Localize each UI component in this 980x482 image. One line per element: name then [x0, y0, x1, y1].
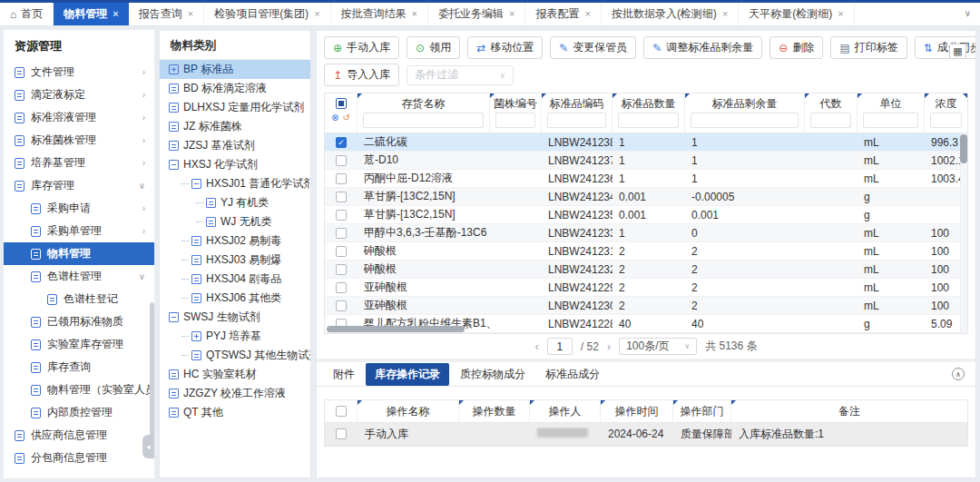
- sidebar-item-std-solution-mgmt[interactable]: 标准溶液管理›: [4, 106, 154, 129]
- tab-attachments[interactable]: 附件: [324, 363, 364, 386]
- sidebar-item-material-mgmt[interactable]: 物料管理: [4, 242, 154, 265]
- sidebar-item-chromatography-column-register[interactable]: 色谱柱登记: [4, 288, 154, 310]
- filter-input[interactable]: [930, 113, 962, 128]
- sidebar-item-chromatography-column-mgmt[interactable]: 色谱柱管理∨: [4, 265, 154, 288]
- filter-input[interactable]: [691, 113, 799, 128]
- tab-inventory-operation-log[interactable]: 库存操作记录: [366, 363, 449, 386]
- sidebar-item-std-strain-mgmt[interactable]: 标准菌株管理›: [4, 129, 154, 152]
- filter-input[interactable]: [810, 113, 851, 128]
- row-checkbox[interactable]: [336, 428, 347, 439]
- page-size-select[interactable]: 100条/页∨: [619, 338, 697, 355]
- page-number-input[interactable]: 1: [547, 338, 573, 355]
- tab-material-management[interactable]: 物料管理 ×: [54, 3, 128, 25]
- delete-button[interactable]: ⊖删除: [769, 36, 823, 59]
- close-icon[interactable]: ×: [584, 9, 590, 19]
- table-row[interactable]: 苊-D10LNBW24123711mL1002.1: [325, 152, 967, 170]
- tree-node-qt[interactable]: QT 其他: [160, 403, 310, 422]
- condition-filter-select[interactable]: 条件过滤∨: [407, 65, 514, 85]
- manual-inbound-button[interactable]: ⊕手动入库: [324, 36, 399, 59]
- row-checkbox[interactable]: [336, 264, 347, 275]
- filter-clear-icon[interactable]: ⊗: [331, 113, 338, 123]
- row-checkbox[interactable]: [336, 192, 347, 202]
- horizontal-scrollbar-thumb[interactable]: [327, 326, 465, 332]
- tab-standard-components[interactable]: 标准品成分: [536, 363, 609, 386]
- requisition-button[interactable]: ⊙领用: [407, 36, 460, 59]
- table-row[interactable]: 甲醇中3,6,3-壬基酚-13C6LNBW24123310mL100: [325, 224, 967, 242]
- row-checkbox[interactable]: [336, 282, 347, 293]
- close-icon[interactable]: ×: [188, 9, 193, 19]
- next-page-icon[interactable]: ›: [607, 339, 611, 353]
- close-icon[interactable]: ×: [722, 9, 728, 19]
- component-sync-button[interactable]: ⇅成分同步: [915, 36, 976, 59]
- tree-node-yj[interactable]: YJ 有机类: [160, 193, 310, 212]
- table-row[interactable]: ✓二硫化碳LNBW24123811mL996.3: [325, 133, 967, 152]
- change-custodian-button[interactable]: ✎变更保管员: [550, 36, 636, 59]
- tree-node-jzsj[interactable]: JZSJ 基准试剂: [160, 136, 310, 155]
- filter-input[interactable]: [363, 113, 484, 128]
- sidebar-item-internal-qc-mgmt[interactable]: 内部质控管理: [4, 401, 154, 424]
- close-icon[interactable]: ×: [113, 9, 118, 19]
- select-all-checkbox[interactable]: [336, 98, 347, 109]
- tab-batch-query-result[interactable]: 按批查询结果 ×: [331, 3, 428, 25]
- sidebar-item-culture-medium-mgmt[interactable]: 培养基管理›: [4, 152, 154, 174]
- sidebar-collapse-handle[interactable]: ◂: [142, 435, 154, 458]
- log-select-all-checkbox[interactable]: [336, 406, 347, 417]
- tree-node-hxsj03[interactable]: HXSJ03 易制爆: [160, 251, 310, 270]
- log-table-row[interactable]: 手动入库 2024-06-24 质量保障部 入库标准品数量:1: [325, 423, 967, 446]
- tree-node-hxsj[interactable]: HXSJ 化学试剂: [160, 155, 310, 174]
- row-checkbox[interactable]: [336, 300, 347, 311]
- sidebar-item-purchase-order-mgmt[interactable]: 采购单管理›: [4, 220, 154, 242]
- tab-report-query[interactable]: 报告查询 ×: [129, 3, 204, 25]
- table-row[interactable]: 草甘膦-[13C2,15N]LNBW2412350.0010.001g: [325, 206, 967, 224]
- row-checkbox[interactable]: [336, 210, 347, 221]
- prev-page-icon[interactable]: ‹: [534, 339, 538, 353]
- adjust-remaining-button[interactable]: ✎调整标准品剩余量: [643, 36, 762, 59]
- filter-input[interactable]: [495, 113, 535, 128]
- sidebar-item-lab-inventory-mgmt[interactable]: 实验室库存管理: [4, 333, 154, 356]
- tab-inspection-project-mgmt[interactable]: 检验项目管理(集团) ×: [204, 3, 330, 25]
- tab-qc-standard-components[interactable]: 质控标物成分: [451, 363, 534, 386]
- table-row[interactable]: 草甘膦-[13C2,15N]LNBW2412340.001-0.00005g: [325, 188, 967, 206]
- sidebar-item-file-mgmt[interactable]: 文件管理›: [4, 61, 154, 84]
- row-checkbox[interactable]: [336, 228, 347, 239]
- import-inbound-button[interactable]: ↥导入入库: [324, 64, 399, 86]
- tree-node-dlhxsj[interactable]: DLHXSJ 定量用化学试剂: [160, 98, 310, 117]
- tree-node-swsj[interactable]: SWSJ 生物试剂: [160, 308, 310, 327]
- tree-node-hc[interactable]: HC 实验室耗材: [160, 365, 310, 384]
- filter-input[interactable]: [863, 113, 918, 128]
- sidebar-item-purchase-request[interactable]: 采购申请›: [4, 197, 154, 220]
- sidebar-item-claimed-std-materials[interactable]: 已领用标准物质: [4, 310, 154, 333]
- tree-node-qtswsj[interactable]: QTSWSJ 其他生物试剂: [160, 346, 310, 365]
- table-row[interactable]: 丙酮中屈-D12溶液LNBW24123611mL1003.4: [325, 170, 967, 188]
- table-settings-icon[interactable]: ▦: [949, 44, 966, 59]
- vertical-scrollbar-thumb[interactable]: [960, 134, 967, 163]
- tree-node-bp[interactable]: BP 标准品: [160, 60, 310, 79]
- tree-node-jzgzy[interactable]: JZGZY 校准工作溶液: [160, 384, 310, 403]
- row-checkbox[interactable]: ✓: [336, 137, 347, 148]
- tree-node-hxsj04[interactable]: HXSJ04 剧毒品: [160, 270, 310, 289]
- tab-report-config[interactable]: 报表配置 ×: [525, 3, 601, 25]
- filter-input[interactable]: [547, 113, 606, 128]
- table-row[interactable]: 亚砷酸根LNBW24123022mL100: [325, 297, 967, 315]
- tabbar-chevron-down-icon[interactable]: ∨: [965, 8, 971, 18]
- table-row[interactable]: 砷酸根LNBW24123122mL100: [325, 242, 967, 261]
- tree-node-jz[interactable]: JZ 标准菌株: [160, 117, 310, 136]
- filter-input[interactable]: [618, 113, 679, 128]
- sidebar-item-subcontractor-info-mgmt[interactable]: 分包商信息管理: [4, 447, 154, 469]
- print-label-button[interactable]: ▤打印标签: [830, 36, 906, 59]
- sidebar-item-supplier-info-mgmt[interactable]: 供应商信息管理: [4, 424, 154, 447]
- tab-batch-data-entry[interactable]: 按批数据录入(检测细) ×: [602, 3, 739, 25]
- tab-home[interactable]: ⌂ 首页: [0, 3, 54, 25]
- row-checkbox[interactable]: [336, 173, 347, 184]
- tab-entrusted-business-edit[interactable]: 委托业务编辑 ×: [428, 3, 525, 25]
- sidebar-item-inventory-query[interactable]: 库存查询: [4, 356, 154, 379]
- row-checkbox[interactable]: [336, 155, 347, 166]
- tree-node-bd[interactable]: BD 标准滴定溶液: [160, 79, 310, 98]
- filter-reset-icon[interactable]: ↺: [343, 113, 350, 123]
- sidebar-item-titrant-calibration[interactable]: 滴定液标定›: [4, 84, 154, 106]
- sidebar-item-inventory-mgmt[interactable]: 库存管理∨: [4, 174, 154, 197]
- tree-node-pyj[interactable]: PYJ 培养基: [160, 327, 310, 346]
- close-icon[interactable]: ×: [838, 9, 843, 19]
- collapse-panel-icon[interactable]: ∧: [952, 368, 965, 380]
- close-icon[interactable]: ×: [509, 9, 514, 19]
